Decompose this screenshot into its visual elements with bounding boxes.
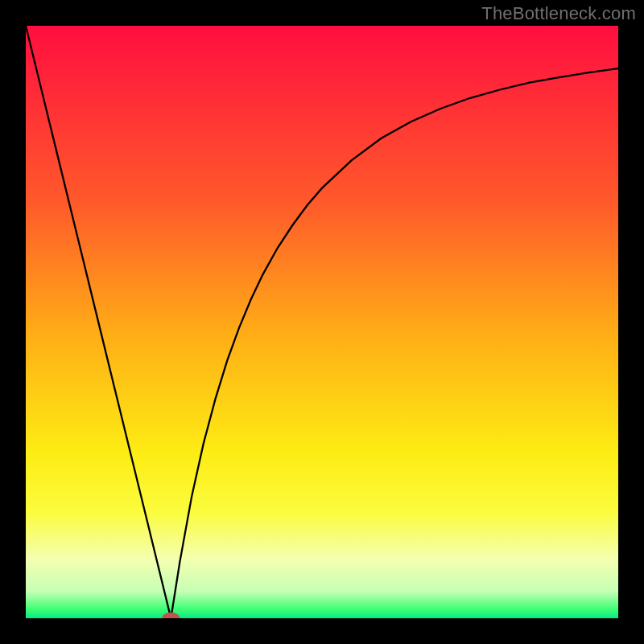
gradient-background	[26, 26, 618, 618]
chart-frame: TheBottleneck.com	[0, 0, 644, 644]
bottleneck-chart	[26, 26, 618, 618]
watermark-label: TheBottleneck.com	[481, 3, 636, 24]
